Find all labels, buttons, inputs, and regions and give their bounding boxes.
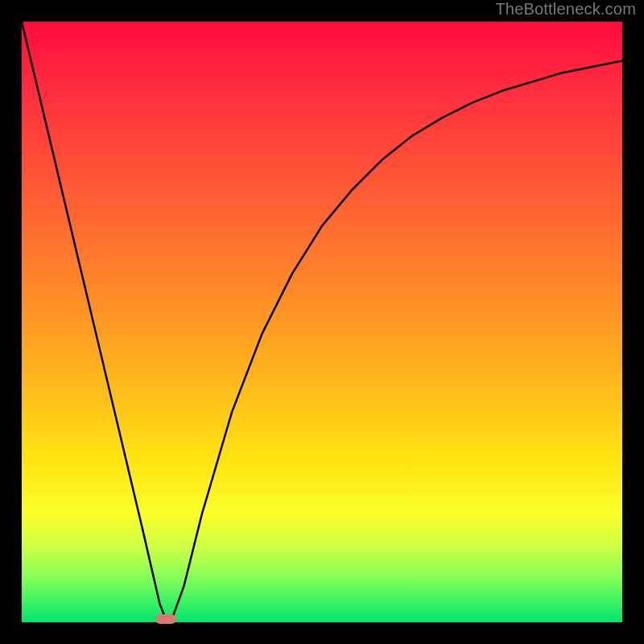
plot-area (22, 22, 622, 622)
chart-frame: TheBottleneck.com (0, 0, 644, 644)
bottleneck-curve (22, 22, 622, 622)
curve-path (22, 22, 622, 619)
optimal-marker (155, 614, 176, 624)
watermark-text: TheBottleneck.com (495, 0, 636, 19)
